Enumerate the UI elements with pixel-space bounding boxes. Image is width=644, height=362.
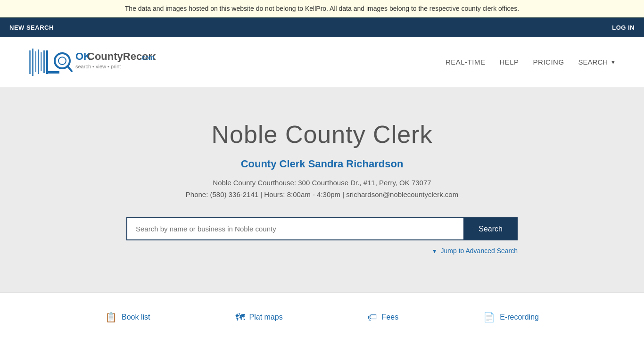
- courthouse-address: Noble County Courthouse: 300 Courthouse …: [9, 179, 635, 187]
- pricing-nav-link[interactable]: PRICING: [533, 58, 564, 66]
- page-title: Noble County Clerk: [9, 120, 635, 148]
- book-list-label: Book list: [122, 313, 150, 321]
- search-input[interactable]: [126, 217, 463, 240]
- site-logo: OK CountyRecords .com search • view • pr…: [28, 47, 156, 77]
- footer-links-section: 📋Book list🗺Plat maps🏷Fees📄E-recording: [0, 292, 644, 342]
- advanced-search-container: ▼ Jump to Advanced Search: [126, 247, 518, 255]
- fees-icon: 🏷: [368, 312, 377, 323]
- login-link[interactable]: LOG IN: [612, 24, 635, 31]
- svg-text:.com: .com: [140, 54, 154, 61]
- main-navigation: REAL-TIME HELP PRICING SEARCH ▼: [446, 58, 616, 66]
- svg-line-10: [67, 66, 72, 71]
- notification-banner: The data and images hosted on this websi…: [0, 0, 644, 17]
- site-header: OK CountyRecords .com search • view • pr…: [0, 37, 644, 87]
- clerk-name: County Clerk Sandra Richardson: [9, 158, 635, 170]
- new-search-link[interactable]: NEW SEARCH: [9, 24, 54, 31]
- svg-rect-1: [32, 49, 33, 76]
- svg-point-9: [58, 57, 66, 65]
- erecording-icon: 📄: [483, 312, 495, 323]
- realtime-nav-link[interactable]: REAL-TIME: [446, 58, 486, 66]
- svg-rect-3: [38, 49, 39, 74]
- logo-area: OK CountyRecords .com search • view • pr…: [28, 47, 156, 77]
- contact-info: Phone: (580) 336-2141 | Hours: 8:00am - …: [9, 190, 635, 198]
- banner-text: The data and images hosted on this websi…: [125, 5, 519, 12]
- hero-section: Noble County Clerk County Clerk Sandra R…: [0, 87, 644, 292]
- search-nav-label: SEARCH: [578, 58, 608, 66]
- footer-link-plat-maps[interactable]: 🗺Plat maps: [235, 312, 283, 323]
- top-navigation: NEW SEARCH LOG IN: [0, 17, 644, 37]
- footer-link-fees[interactable]: 🏷Fees: [368, 312, 399, 323]
- search-nav-dropdown[interactable]: SEARCH ▼: [578, 58, 616, 66]
- svg-rect-0: [29, 50, 31, 74]
- svg-rect-5: [43, 50, 45, 73]
- plat-maps-icon: 🗺: [235, 312, 245, 323]
- advanced-search-label: Jump to Advanced Search: [441, 247, 518, 255]
- footer-link-erecording[interactable]: 📄E-recording: [483, 312, 539, 323]
- help-nav-link[interactable]: HELP: [499, 58, 519, 66]
- arrow-down-icon: ▼: [432, 248, 438, 255]
- svg-rect-2: [35, 51, 36, 72]
- svg-rect-4: [41, 52, 42, 71]
- svg-text:search • view • print: search • view • print: [75, 64, 121, 69]
- fees-label: Fees: [382, 313, 399, 321]
- advanced-search-link[interactable]: ▼ Jump to Advanced Search: [432, 247, 518, 255]
- chevron-down-icon: ▼: [611, 59, 616, 65]
- search-button[interactable]: Search: [463, 217, 518, 240]
- book-list-icon: 📋: [105, 312, 117, 323]
- svg-rect-7: [46, 71, 59, 74]
- footer-link-book-list[interactable]: 📋Book list: [105, 312, 150, 323]
- plat-maps-label: Plat maps: [249, 313, 283, 321]
- svg-rect-6: [46, 50, 48, 74]
- erecording-label: E-recording: [500, 313, 539, 321]
- search-form: Search: [126, 217, 518, 240]
